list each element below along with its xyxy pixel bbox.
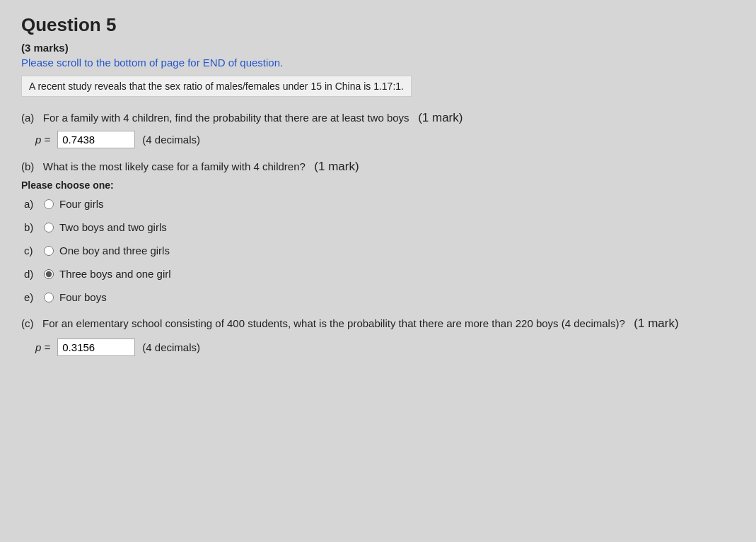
part-a-decimals: (4 decimals): [142, 134, 200, 146]
option-d: d) Three boys and one girl: [24, 268, 735, 280]
part-a-input[interactable]: [57, 131, 135, 148]
page-title: Question 5: [21, 14, 735, 36]
option-c: c) One boy and three girls: [24, 245, 735, 257]
option-d-prefix: d): [24, 268, 38, 280]
option-b-prefix: b): [24, 221, 38, 233]
part-c-decimals: (4 decimals): [142, 341, 200, 353]
part-c-question: (c) For an elementary school consisting …: [21, 314, 735, 333]
option-a-label: Four girls: [59, 198, 104, 210]
option-c-prefix: c): [24, 245, 38, 257]
option-a-prefix: a): [24, 198, 38, 210]
option-a: a) Four girls: [24, 198, 735, 210]
part-b: (b) What is the most likely case for a f…: [21, 160, 735, 303]
option-a-radio[interactable]: [44, 199, 54, 209]
option-e-prefix: e): [24, 291, 38, 303]
part-a: (a) For a family with 4 children, find t…: [21, 111, 735, 148]
option-b-radio[interactable]: [44, 223, 54, 232]
option-e-radio[interactable]: [44, 293, 54, 302]
option-d-label: Three boys and one girl: [59, 268, 171, 280]
option-e: e) Four boys: [24, 291, 735, 303]
part-c-p-label: p =: [35, 341, 50, 353]
part-a-p-label: p =: [35, 134, 50, 146]
part-c: (c) For an elementary school consisting …: [21, 314, 735, 356]
option-b-label: Two boys and two girls: [59, 221, 167, 233]
part-c-input[interactable]: [57, 338, 135, 356]
option-c-label: One boy and three girls: [59, 245, 170, 257]
option-b: b) Two boys and two girls: [24, 221, 735, 233]
scroll-note: Please scroll to the bottom of page for …: [21, 57, 735, 69]
option-c-radio[interactable]: [44, 246, 54, 256]
study-box: A recent study reveals that the sex rati…: [21, 76, 412, 97]
marks-label: (3 marks): [21, 42, 735, 54]
option-d-radio[interactable]: [44, 269, 54, 279]
option-e-label: Four boys: [59, 291, 107, 303]
part-b-question: (b) What is the most likely case for a f…: [21, 160, 735, 174]
please-choose-label: Please choose one:: [21, 179, 735, 191]
part-a-question: (a) For a family with 4 children, find t…: [21, 111, 735, 125]
